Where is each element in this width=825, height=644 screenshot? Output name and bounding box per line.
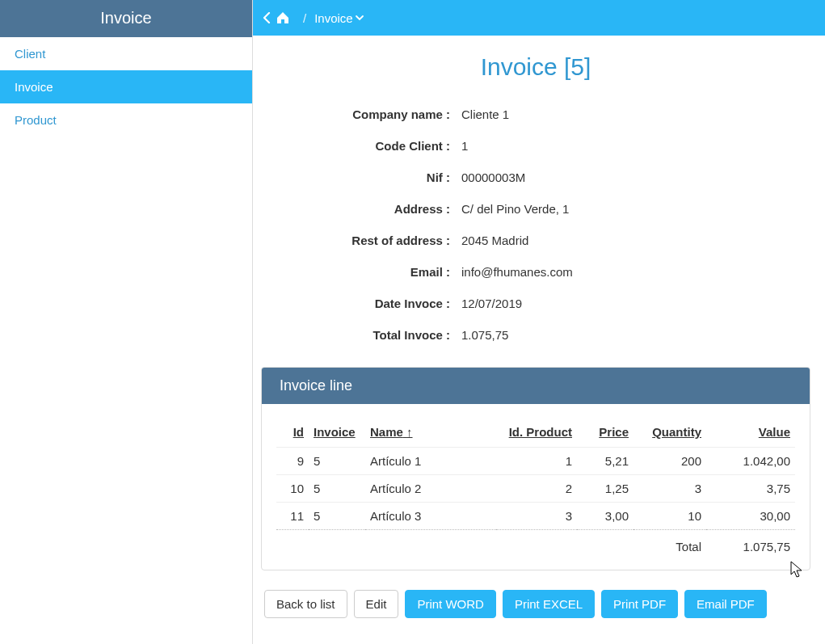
sidebar: Invoice Client Invoice Product	[0, 0, 253, 644]
invoice-line-panel: Invoice line Id Invoice Name ↑ Id. Produ…	[261, 367, 810, 570]
col-name[interactable]: Name ↑	[365, 419, 496, 448]
print-pdf-button[interactable]: Print PDF	[601, 590, 678, 618]
cell-id-product: 1	[496, 448, 577, 475]
cell-value: 3,75	[706, 475, 795, 503]
home-icon[interactable]	[276, 11, 290, 24]
value-address: C/ del Pino Verde, 1	[455, 202, 802, 216]
back-to-list-button[interactable]: Back to list	[264, 590, 347, 618]
cell-invoice: 5	[309, 503, 365, 530]
breadcrumb-separator: /	[303, 11, 306, 25]
sidebar-item-product[interactable]: Product	[0, 103, 252, 137]
value-total: 1.075,75	[455, 328, 802, 342]
value-company-name: Cliente 1	[455, 107, 802, 121]
cell-invoice: 5	[309, 448, 365, 475]
value-code-client: 1	[455, 139, 802, 153]
value-email: info@fhumanes.com	[455, 265, 802, 279]
invoice-line-table: Id Invoice Name ↑ Id. Product Price Quan…	[276, 419, 795, 560]
label-total: Total Invoce :	[269, 328, 455, 342]
label-date: Date Invoce :	[269, 297, 455, 310]
table-row[interactable]: 10 5 Artículo 2 2 1,25 3 3,75	[276, 475, 795, 503]
sort-asc-icon: ↑	[406, 425, 413, 439]
label-company-name: Company name :	[269, 107, 455, 121]
col-invoice[interactable]: Invoice	[309, 419, 365, 448]
col-value[interactable]: Value	[706, 419, 795, 448]
total-label: Total	[276, 530, 706, 561]
value-rest-address: 2045 Madrid	[455, 234, 802, 247]
col-price[interactable]: Price	[577, 419, 633, 448]
col-quantity[interactable]: Quantity	[633, 419, 706, 448]
sidebar-item-label: Product	[15, 113, 57, 127]
print-word-button[interactable]: Print WORD	[405, 590, 496, 618]
cell-quantity: 10	[633, 503, 706, 530]
chevron-down-icon	[356, 16, 363, 19]
breadcrumb-current[interactable]: Invoice	[314, 11, 364, 25]
sidebar-item-client[interactable]: Client	[0, 37, 252, 70]
cell-id-product: 2	[496, 475, 577, 503]
label-code-client: Code Client :	[269, 139, 455, 153]
table-row[interactable]: 9 5 Artículo 1 1 5,21 200 1.042,00	[276, 448, 795, 475]
label-nif: Nif :	[269, 170, 455, 184]
cell-id-product: 3	[496, 503, 577, 530]
value-nif: 00000003M	[455, 170, 802, 184]
invoice-line-title: Invoice line	[262, 368, 810, 404]
table-total-row: Total 1.075,75	[276, 530, 795, 561]
back-icon[interactable]	[263, 12, 271, 23]
page-title: Invoice [5]	[261, 53, 810, 81]
sidebar-title: Invoice	[0, 0, 252, 37]
topbar: / Invoice	[253, 0, 825, 36]
value-date: 12/07/2019	[455, 297, 802, 310]
table-row[interactable]: 11 5 Artículo 3 3 3,00 10 30,00	[276, 503, 795, 530]
cell-price: 5,21	[577, 448, 633, 475]
sidebar-item-invoice[interactable]: Invoice	[0, 70, 252, 103]
cell-invoice: 5	[309, 475, 365, 503]
cell-id: 9	[276, 448, 309, 475]
cell-quantity: 3	[633, 475, 706, 503]
label-email: Email :	[269, 265, 455, 279]
breadcrumb-label: Invoice	[314, 11, 353, 25]
cell-value: 30,00	[706, 503, 795, 530]
cell-price: 3,00	[577, 503, 633, 530]
cell-id: 10	[276, 475, 309, 503]
cell-quantity: 200	[633, 448, 706, 475]
sidebar-item-label: Client	[15, 47, 45, 61]
cell-value: 1.042,00	[706, 448, 795, 475]
cell-name: Artículo 2	[365, 475, 496, 503]
cell-name: Artículo 3	[365, 503, 496, 530]
col-id-product[interactable]: Id. Product	[496, 419, 577, 448]
total-value: 1.075,75	[706, 530, 795, 561]
cell-name: Artículo 1	[365, 448, 496, 475]
print-excel-button[interactable]: Print EXCEL	[503, 590, 595, 618]
label-rest-address: Rest of address :	[269, 234, 455, 247]
label-address: Address :	[269, 202, 455, 216]
main-content: / Invoice Invoice [5] Company name : Cli…	[253, 0, 825, 644]
col-id[interactable]: Id	[276, 419, 309, 448]
action-bar: Back to list Edit Print WORD Print EXCEL…	[264, 590, 810, 618]
cell-price: 1,25	[577, 475, 633, 503]
invoice-details: Company name : Cliente 1 Code Client : 1…	[269, 99, 802, 351]
cell-id: 11	[276, 503, 309, 530]
sidebar-item-label: Invoice	[15, 80, 53, 94]
email-pdf-button[interactable]: Email PDF	[684, 590, 767, 618]
edit-button[interactable]: Edit	[354, 590, 399, 618]
